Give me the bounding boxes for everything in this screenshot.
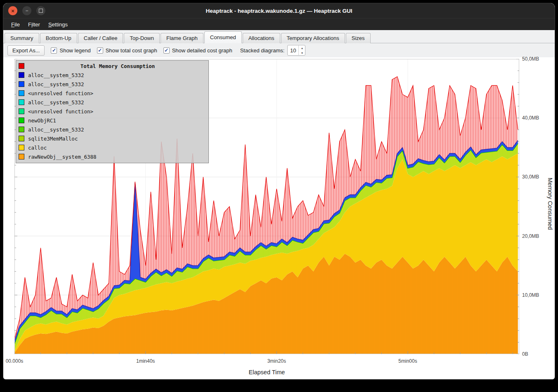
checkbox-show-legend[interactable]: ✓ Show legend (51, 47, 90, 54)
menubar: File Filter Settings (3, 18, 555, 30)
legend-item: sqlite3MemMalloc (18, 134, 206, 143)
legend-item: calloc (18, 143, 206, 152)
legend-item-label: alloc__system_5332 (28, 127, 84, 133)
x-tick-label: 1min40s (136, 358, 155, 364)
y-tick-label: 20,0MB (522, 233, 539, 239)
x-tick-label: 3min20s (267, 358, 286, 364)
checkbox-label: Show legend (59, 47, 90, 54)
tab-bar: Summary Bottom-Up Caller / Callee Top-Do… (3, 30, 555, 43)
y-tick-label: 50,0MB (522, 56, 539, 62)
tab-summary[interactable]: Summary (5, 33, 39, 43)
legend-item: rawNewObj__system_6388 (18, 152, 206, 161)
legend-title: Total Memory Consumption (28, 63, 207, 69)
legend-swatch (19, 127, 24, 132)
export-as-button[interactable]: Export As... (7, 45, 45, 56)
close-button[interactable]: × (8, 6, 17, 15)
tab-temporary-allocations[interactable]: Temporary Allocations (281, 33, 345, 43)
spinbox-arrows: ▲ ▼ (298, 45, 305, 55)
minimize-icon: − (25, 8, 28, 13)
legend-swatch (19, 108, 24, 114)
legend-item-label: alloc__system_5332 (28, 72, 84, 78)
tab-flame-graph[interactable]: Flame Graph (161, 33, 203, 43)
legend-swatch (19, 136, 24, 141)
legend-item-label: sqlite3MemMalloc (28, 136, 78, 142)
x-axis-title: Elapsed Time (14, 369, 519, 376)
menu-item-filter[interactable]: Filter (24, 20, 44, 29)
tab-allocations[interactable]: Allocations (243, 33, 280, 43)
legend-item: newObjRC1 (18, 116, 206, 125)
window-controls: × − (8, 3, 45, 18)
heaptrack-window: × − Heaptrack - heaptrack.wakunode.1.gz … (3, 3, 555, 379)
legend-item-label: alloc__system_5332 (28, 99, 84, 106)
legend-item-label: rawNewObj__system_6388 (28, 154, 97, 160)
legend-item-label: <unresolved function> (28, 90, 93, 96)
tab-caller-callee[interactable]: Caller / Callee (78, 33, 123, 43)
minimize-button[interactable]: − (22, 6, 31, 15)
menu-item-file[interactable]: File (7, 20, 24, 29)
legend-swatch (19, 81, 24, 87)
spinbox-value[interactable]: 10 (288, 45, 298, 55)
legend-item-label: <unresolved function> (28, 108, 93, 115)
legend-item: alloc__system_5332 (18, 98, 206, 107)
menu-item-settings[interactable]: Settings (45, 20, 71, 29)
legend-swatch (19, 72, 24, 78)
legend-swatch (19, 117, 24, 123)
y-tick-label: 0B (522, 351, 528, 357)
legend-item: <unresolved function> (18, 89, 206, 98)
legend-item: <unresolved function> (18, 107, 206, 116)
tab-sizes[interactable]: Sizes (346, 33, 371, 43)
legend-swatch (19, 145, 24, 150)
y-axis-title: Memory Consumed (547, 178, 553, 230)
tab-bottom-up[interactable]: Bottom-Up (40, 33, 77, 43)
legend-swatch (19, 90, 24, 96)
tab-consumed[interactable]: Consumed (204, 31, 242, 43)
maximize-button[interactable] (36, 6, 45, 15)
close-icon: × (11, 8, 14, 14)
legend-title-row: Total Memory Consumption (18, 61, 207, 70)
legend-item: alloc__system_5332 (18, 125, 206, 134)
legend-swatch-total (19, 63, 24, 69)
x-tick-label: 5min00s (398, 358, 417, 364)
chart-legend: Total Memory Consumption alloc__system_5… (16, 60, 209, 163)
spin-up-button[interactable]: ▲ (299, 45, 305, 50)
checkbox-icon[interactable]: ✓ (51, 47, 57, 54)
legend-item-label: alloc__system_5332 (28, 81, 84, 87)
y-tick-label: 30,0MB (522, 174, 539, 180)
checkbox-label: Show detailed cost graph (172, 47, 232, 54)
window-titlebar[interactable]: × − Heaptrack - heaptrack.wakunode.1.gz … (3, 3, 555, 18)
chart-area: Elapsed Time Memory Consumed Total Memor… (3, 57, 555, 379)
legend-swatch (19, 99, 24, 105)
checkbox-label: Show total cost graph (106, 47, 157, 54)
legend-item-label: calloc (28, 145, 47, 151)
toolbar: Export As... ✓ Show legend ✓ Show total … (3, 43, 555, 57)
checkbox-show-detailed-cost-graph[interactable]: ✓ Show detailed cost graph (163, 47, 232, 54)
legend-swatch (19, 154, 24, 160)
checkbox-icon[interactable]: ✓ (163, 47, 170, 54)
y-tick-label: 10,0MB (522, 292, 539, 298)
window-title: Heaptrack - heaptrack.wakunode.1.gz — He… (3, 8, 555, 14)
checkbox-icon[interactable]: ✓ (97, 47, 103, 54)
stacked-diagrams-label: Stacked diagrams: (240, 47, 285, 54)
checkbox-show-total-cost-graph[interactable]: ✓ Show total cost graph (97, 47, 157, 54)
legend-item: alloc__system_5332 (18, 80, 206, 89)
spin-down-button[interactable]: ▼ (299, 50, 305, 55)
y-tick-label: 40,0MB (522, 115, 539, 121)
tab-top-down[interactable]: Top-Down (124, 33, 160, 43)
x-tick-label: 00.000s (6, 358, 24, 364)
stacked-diagrams-spinbox[interactable]: 10 ▲ ▼ (287, 45, 305, 56)
legend-item: alloc__system_5332 (18, 70, 206, 80)
maximize-icon (39, 9, 43, 13)
legend-item-label: newObjRC1 (28, 117, 56, 124)
